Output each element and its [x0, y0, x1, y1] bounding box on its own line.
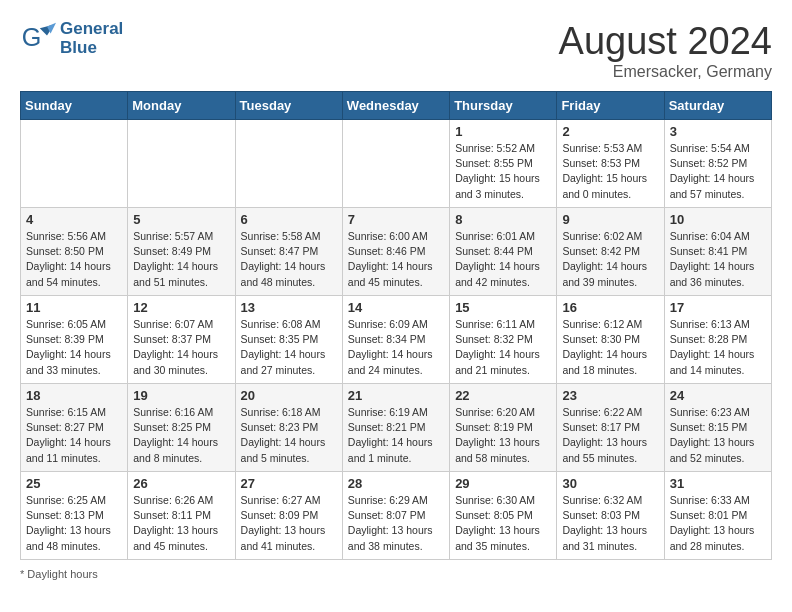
day-number: 1 [455, 124, 551, 139]
calendar-cell: 21Sunrise: 6:19 AM Sunset: 8:21 PM Dayli… [342, 384, 449, 472]
calendar-cell: 10Sunrise: 6:04 AM Sunset: 8:41 PM Dayli… [664, 208, 771, 296]
day-number: 31 [670, 476, 766, 491]
calendar-cell: 19Sunrise: 6:16 AM Sunset: 8:25 PM Dayli… [128, 384, 235, 472]
footer-note: * Daylight hours [20, 568, 772, 580]
day-number: 15 [455, 300, 551, 315]
day-number: 9 [562, 212, 658, 227]
calendar-header-row: SundayMondayTuesdayWednesdayThursdayFrid… [21, 92, 772, 120]
calendar-cell: 4Sunrise: 5:56 AM Sunset: 8:50 PM Daylig… [21, 208, 128, 296]
calendar-cell: 16Sunrise: 6:12 AM Sunset: 8:30 PM Dayli… [557, 296, 664, 384]
day-number: 24 [670, 388, 766, 403]
day-number: 26 [133, 476, 229, 491]
calendar-cell: 13Sunrise: 6:08 AM Sunset: 8:35 PM Dayli… [235, 296, 342, 384]
day-number: 11 [26, 300, 122, 315]
calendar-cell: 5Sunrise: 5:57 AM Sunset: 8:49 PM Daylig… [128, 208, 235, 296]
calendar-week-row: 25Sunrise: 6:25 AM Sunset: 8:13 PM Dayli… [21, 472, 772, 560]
day-info: Sunrise: 5:53 AM Sunset: 8:53 PM Dayligh… [562, 141, 658, 202]
day-info: Sunrise: 6:26 AM Sunset: 8:11 PM Dayligh… [133, 493, 229, 554]
day-info: Sunrise: 5:52 AM Sunset: 8:55 PM Dayligh… [455, 141, 551, 202]
day-info: Sunrise: 6:00 AM Sunset: 8:46 PM Dayligh… [348, 229, 444, 290]
day-info: Sunrise: 6:20 AM Sunset: 8:19 PM Dayligh… [455, 405, 551, 466]
logo-icon: G [20, 21, 56, 57]
svg-text:G: G [22, 23, 42, 51]
calendar-cell: 7Sunrise: 6:00 AM Sunset: 8:46 PM Daylig… [342, 208, 449, 296]
day-number: 23 [562, 388, 658, 403]
day-info: Sunrise: 6:15 AM Sunset: 8:27 PM Dayligh… [26, 405, 122, 466]
day-info: Sunrise: 6:32 AM Sunset: 8:03 PM Dayligh… [562, 493, 658, 554]
day-info: Sunrise: 6:16 AM Sunset: 8:25 PM Dayligh… [133, 405, 229, 466]
day-info: Sunrise: 5:58 AM Sunset: 8:47 PM Dayligh… [241, 229, 337, 290]
day-info: Sunrise: 5:57 AM Sunset: 8:49 PM Dayligh… [133, 229, 229, 290]
month-title: August 2024 [559, 20, 772, 63]
calendar-cell: 6Sunrise: 5:58 AM Sunset: 8:47 PM Daylig… [235, 208, 342, 296]
day-info: Sunrise: 6:09 AM Sunset: 8:34 PM Dayligh… [348, 317, 444, 378]
day-info: Sunrise: 6:18 AM Sunset: 8:23 PM Dayligh… [241, 405, 337, 466]
day-info: Sunrise: 6:08 AM Sunset: 8:35 PM Dayligh… [241, 317, 337, 378]
day-info: Sunrise: 6:13 AM Sunset: 8:28 PM Dayligh… [670, 317, 766, 378]
day-number: 12 [133, 300, 229, 315]
day-number: 30 [562, 476, 658, 491]
day-info: Sunrise: 6:01 AM Sunset: 8:44 PM Dayligh… [455, 229, 551, 290]
calendar-cell: 12Sunrise: 6:07 AM Sunset: 8:37 PM Dayli… [128, 296, 235, 384]
calendar-cell: 27Sunrise: 6:27 AM Sunset: 8:09 PM Dayli… [235, 472, 342, 560]
calendar-cell: 23Sunrise: 6:22 AM Sunset: 8:17 PM Dayli… [557, 384, 664, 472]
day-number: 19 [133, 388, 229, 403]
day-info: Sunrise: 6:12 AM Sunset: 8:30 PM Dayligh… [562, 317, 658, 378]
calendar-cell: 22Sunrise: 6:20 AM Sunset: 8:19 PM Dayli… [450, 384, 557, 472]
day-number: 18 [26, 388, 122, 403]
calendar-cell: 3Sunrise: 5:54 AM Sunset: 8:52 PM Daylig… [664, 120, 771, 208]
day-header-monday: Monday [128, 92, 235, 120]
calendar-cell: 11Sunrise: 6:05 AM Sunset: 8:39 PM Dayli… [21, 296, 128, 384]
calendar-table: SundayMondayTuesdayWednesdayThursdayFrid… [20, 91, 772, 560]
title-block: August 2024 Emersacker, Germany [559, 20, 772, 81]
location-title: Emersacker, Germany [559, 63, 772, 81]
logo-text: General Blue [60, 20, 123, 57]
day-number: 8 [455, 212, 551, 227]
day-header-tuesday: Tuesday [235, 92, 342, 120]
calendar-cell [128, 120, 235, 208]
calendar-cell: 17Sunrise: 6:13 AM Sunset: 8:28 PM Dayli… [664, 296, 771, 384]
day-number: 4 [26, 212, 122, 227]
day-info: Sunrise: 6:23 AM Sunset: 8:15 PM Dayligh… [670, 405, 766, 466]
calendar-cell [235, 120, 342, 208]
day-number: 6 [241, 212, 337, 227]
calendar-cell: 24Sunrise: 6:23 AM Sunset: 8:15 PM Dayli… [664, 384, 771, 472]
calendar-cell: 26Sunrise: 6:26 AM Sunset: 8:11 PM Dayli… [128, 472, 235, 560]
day-header-friday: Friday [557, 92, 664, 120]
calendar-cell: 29Sunrise: 6:30 AM Sunset: 8:05 PM Dayli… [450, 472, 557, 560]
calendar-cell: 20Sunrise: 6:18 AM Sunset: 8:23 PM Dayli… [235, 384, 342, 472]
calendar-cell: 14Sunrise: 6:09 AM Sunset: 8:34 PM Dayli… [342, 296, 449, 384]
day-info: Sunrise: 5:56 AM Sunset: 8:50 PM Dayligh… [26, 229, 122, 290]
calendar-cell: 9Sunrise: 6:02 AM Sunset: 8:42 PM Daylig… [557, 208, 664, 296]
day-number: 28 [348, 476, 444, 491]
day-info: Sunrise: 6:19 AM Sunset: 8:21 PM Dayligh… [348, 405, 444, 466]
calendar-cell: 15Sunrise: 6:11 AM Sunset: 8:32 PM Dayli… [450, 296, 557, 384]
day-number: 2 [562, 124, 658, 139]
day-header-thursday: Thursday [450, 92, 557, 120]
day-info: Sunrise: 6:04 AM Sunset: 8:41 PM Dayligh… [670, 229, 766, 290]
day-number: 27 [241, 476, 337, 491]
calendar-cell: 8Sunrise: 6:01 AM Sunset: 8:44 PM Daylig… [450, 208, 557, 296]
day-number: 3 [670, 124, 766, 139]
calendar-cell: 30Sunrise: 6:32 AM Sunset: 8:03 PM Dayli… [557, 472, 664, 560]
calendar-cell: 25Sunrise: 6:25 AM Sunset: 8:13 PM Dayli… [21, 472, 128, 560]
day-info: Sunrise: 6:29 AM Sunset: 8:07 PM Dayligh… [348, 493, 444, 554]
day-info: Sunrise: 6:05 AM Sunset: 8:39 PM Dayligh… [26, 317, 122, 378]
calendar-week-row: 1Sunrise: 5:52 AM Sunset: 8:55 PM Daylig… [21, 120, 772, 208]
calendar-cell: 2Sunrise: 5:53 AM Sunset: 8:53 PM Daylig… [557, 120, 664, 208]
calendar-cell [21, 120, 128, 208]
day-number: 22 [455, 388, 551, 403]
day-info: Sunrise: 6:27 AM Sunset: 8:09 PM Dayligh… [241, 493, 337, 554]
day-number: 17 [670, 300, 766, 315]
calendar-cell: 28Sunrise: 6:29 AM Sunset: 8:07 PM Dayli… [342, 472, 449, 560]
calendar-cell: 18Sunrise: 6:15 AM Sunset: 8:27 PM Dayli… [21, 384, 128, 472]
day-number: 5 [133, 212, 229, 227]
day-number: 20 [241, 388, 337, 403]
day-number: 21 [348, 388, 444, 403]
day-info: Sunrise: 6:02 AM Sunset: 8:42 PM Dayligh… [562, 229, 658, 290]
day-info: Sunrise: 6:22 AM Sunset: 8:17 PM Dayligh… [562, 405, 658, 466]
calendar-week-row: 18Sunrise: 6:15 AM Sunset: 8:27 PM Dayli… [21, 384, 772, 472]
day-number: 7 [348, 212, 444, 227]
day-header-sunday: Sunday [21, 92, 128, 120]
day-info: Sunrise: 6:25 AM Sunset: 8:13 PM Dayligh… [26, 493, 122, 554]
